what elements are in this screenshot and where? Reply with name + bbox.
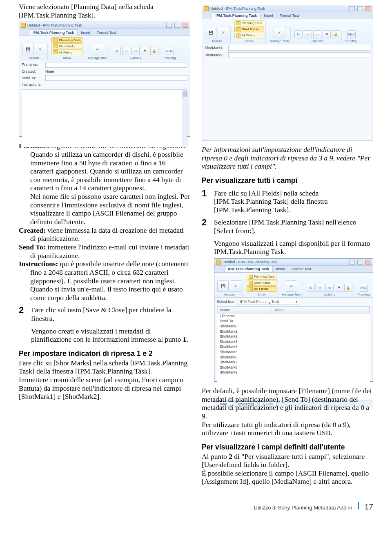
maximize-icon[interactable] <box>174 23 180 28</box>
window-title: Untitled - IPM.Task.Planning Task <box>210 7 347 11</box>
recurrence-button[interactable]: ↻ <box>294 30 303 38</box>
close-icon[interactable] <box>365 6 371 11</box>
spelling-button[interactable]: ABC <box>166 47 174 55</box>
tab-format[interactable]: Format Text <box>94 30 119 36</box>
skip-button[interactable]: ⤼ <box>122 47 130 55</box>
maximize-icon[interactable] <box>357 260 363 265</box>
spelling-button[interactable]: ABC <box>360 284 368 292</box>
categorize-button[interactable]: ▭ <box>325 284 334 292</box>
field-row[interactable]: ShotMark4 <box>217 344 370 349</box>
delete-button[interactable]: ✕ <box>230 280 241 292</box>
intro-text: Viene selezionato [Planning Data] nella … <box>19 2 190 19</box>
save-close-button[interactable]: 💾 <box>22 44 33 55</box>
chevron-down-icon: ▾ <box>296 300 297 304</box>
shotmark2-input[interactable] <box>228 52 370 58</box>
save-close-button[interactable]: 💾 <box>217 280 229 292</box>
pill-planning-data[interactable]: Planning Data <box>234 20 264 26</box>
minimize-icon[interactable] <box>349 260 355 265</box>
tab-insert[interactable]: Insert <box>78 30 94 36</box>
group-manage: Manage Task <box>270 39 289 43</box>
delete-button[interactable]: ✕ <box>35 44 46 55</box>
tab-format[interactable]: Format Text <box>289 266 314 272</box>
group-options: Options <box>130 56 141 60</box>
filename-label: Filename: <box>22 62 43 67</box>
screenshot-all-fields: Untitled - IPM.Task.Planning Task IPM.Ta… <box>214 258 373 382</box>
pill-all-fields[interactable]: All Fields <box>234 33 264 38</box>
pill-planning-data[interactable]: Planning Data <box>51 37 82 43</box>
private-button[interactable]: 🔒 <box>344 284 352 292</box>
recurrence-button[interactable]: ↻ <box>307 284 315 292</box>
tab-insert[interactable]: Insert <box>261 13 276 19</box>
followup-button[interactable]: ⚑ <box>323 30 331 38</box>
pill-shot-marks[interactable]: Shot Marks <box>234 27 264 32</box>
private-button[interactable]: 🔒 <box>332 30 340 38</box>
office-icon <box>21 23 26 28</box>
field-row[interactable]: ShotMark6 <box>217 355 370 360</box>
followup-button[interactable]: ⚑ <box>141 47 149 55</box>
step2-text: Selezionare [IPM.Task.Planning Task] nel… <box>214 218 373 235</box>
followup-button[interactable]: ⚑ <box>335 284 343 292</box>
pill-shot-marks[interactable]: Shot Marks <box>247 280 276 286</box>
scroll-thumb[interactable] <box>183 91 187 97</box>
filename-desc: Filename: digitare il nome file del mate… <box>19 142 190 226</box>
filename-input[interactable] <box>45 62 187 68</box>
spelling-button[interactable]: ABC <box>347 30 356 38</box>
close-icon[interactable] <box>183 23 188 28</box>
field-row[interactable]: ShotMark2 <box>217 334 370 339</box>
blank-area <box>205 60 370 142</box>
pill-all-fields[interactable]: All Fields <box>247 286 276 292</box>
footer-label: Utilizzo di Sony Planning Metadata Add-i… <box>254 505 352 511</box>
field-list[interactable]: FilenameSend ToShotMark0ShotMark1ShotMar… <box>217 314 370 375</box>
field-row[interactable]: ShotMark0 <box>217 324 370 329</box>
categorize-button[interactable]: ▭ <box>131 47 140 55</box>
tab-planning[interactable]: IPM.Task.Planning Task <box>224 266 273 272</box>
scrollbar[interactable] <box>183 90 187 147</box>
recurrence-button[interactable]: ↻ <box>113 47 121 55</box>
shotmark1-label: ShotMark1: <box>205 46 226 50</box>
private-button[interactable]: 🔒 <box>150 47 158 55</box>
pill-planning-data[interactable]: Planning Data <box>247 274 276 280</box>
select-from-label: Select from: <box>217 300 236 304</box>
page-number: 17 <box>365 503 373 512</box>
user-fields-p2: È possibile selezionare il campo [ASCII … <box>202 469 373 486</box>
sendto-label: Send To: <box>22 76 43 80</box>
field-row[interactable]: Send To <box>217 318 370 324</box>
save-close-button[interactable]: 💾 <box>205 27 216 38</box>
mark-complete-button[interactable]: ✔ <box>274 27 285 38</box>
categorize-button[interactable]: ▭ <box>313 30 321 38</box>
field-row[interactable]: ShotMark7 <box>217 360 370 365</box>
tab-insert[interactable]: Insert <box>273 266 289 272</box>
group-proofing: Proofing <box>164 56 176 60</box>
after-text-1: Per default, è possibile impostare [File… <box>202 387 373 420</box>
group-show: Show <box>245 39 254 43</box>
field-row[interactable]: ShotMark8 <box>217 365 370 370</box>
shotmark1-input[interactable] <box>228 45 370 51</box>
minimize-icon[interactable] <box>349 6 355 11</box>
group-actions: Actions <box>29 56 39 60</box>
field-row[interactable]: ShotMark5 <box>217 349 370 355</box>
select-from-dropdown[interactable]: IPM.Task.Planning Task▾ <box>238 299 299 305</box>
screenshot-planning-data: Untitled - IPM.Task.Planning Task IPM.Ta… <box>19 22 190 137</box>
tab-planning[interactable]: IPM.Task.Planning Task <box>212 12 261 19</box>
step2-text-b: Vengono visualizzati i campi disponibili… <box>214 239 373 256</box>
field-row[interactable]: ShotMark1 <box>217 329 370 334</box>
step2-text-b: Vengono creati e visualizzati i metadati… <box>31 327 190 344</box>
minimize-icon[interactable] <box>166 23 172 28</box>
maximize-icon[interactable] <box>357 6 363 11</box>
skip-button[interactable]: ⤼ <box>316 284 324 292</box>
mark-complete-button[interactable]: ✔ <box>286 280 297 292</box>
pill-all-fields[interactable]: All Fields <box>51 49 82 55</box>
instructions-textarea[interactable] <box>22 89 187 147</box>
mark-complete-button[interactable]: ✔ <box>92 44 103 55</box>
field-row[interactable]: ShotMark9 <box>217 370 370 375</box>
sendto-input[interactable] <box>45 75 187 81</box>
close-icon[interactable] <box>365 260 371 265</box>
delete-button[interactable]: ✕ <box>218 27 229 38</box>
field-row[interactable]: Filename <box>217 314 370 319</box>
page-footer: Utilizzo di Sony Planning Metadata Add-i… <box>19 502 373 512</box>
skip-button[interactable]: ⤼ <box>304 30 312 38</box>
tab-planning[interactable]: IPM.Task.Planning Task <box>29 29 78 36</box>
field-row[interactable]: ShotMark3 <box>217 339 370 345</box>
tab-format[interactable]: Format Text <box>276 13 302 19</box>
pill-shot-marks[interactable]: Shot Marks <box>51 43 82 49</box>
